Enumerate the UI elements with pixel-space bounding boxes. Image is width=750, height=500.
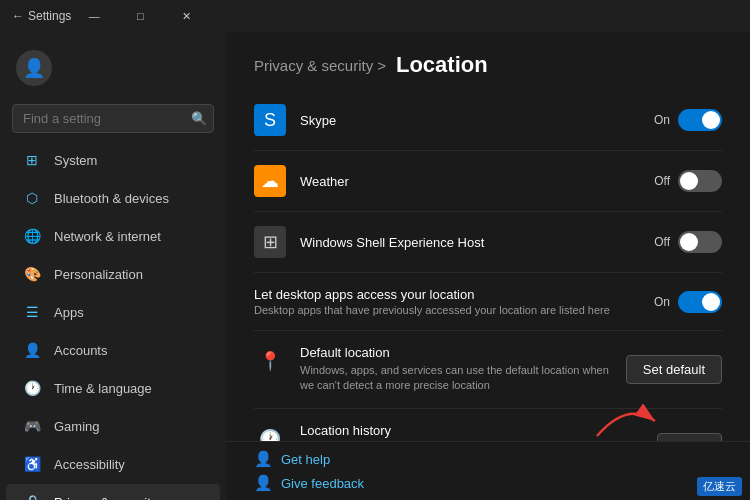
- sidebar-item-privacy[interactable]: 🔒 Privacy & security: [6, 484, 220, 500]
- list-item: S Skype On: [254, 90, 722, 151]
- toggle-label: Off: [654, 174, 670, 188]
- location-pin-icon: 📍: [254, 345, 286, 377]
- search-box[interactable]: 🔍: [12, 104, 214, 133]
- sidebar-item-apps[interactable]: ☰ Apps: [6, 294, 220, 330]
- system-icon: ⊞: [22, 150, 42, 170]
- shell-icon: ⊞: [254, 226, 286, 258]
- sidebar-item-label: Apps: [54, 305, 84, 320]
- sidebar-item-label: Personalization: [54, 267, 143, 282]
- set-default-button[interactable]: Set default: [626, 355, 722, 384]
- sidebar-item-network[interactable]: 🌐 Network & internet: [6, 218, 220, 254]
- sidebar-item-label: Accessibility: [54, 457, 125, 472]
- back-icon[interactable]: ←: [12, 9, 24, 23]
- toggle-knob: [680, 172, 698, 190]
- sidebar-item-label: System: [54, 153, 97, 168]
- setting-content: Default location Windows, apps, and serv…: [300, 345, 610, 394]
- list-item: 🕐 Location history When device location …: [254, 409, 722, 441]
- toggle-label: Off: [654, 235, 670, 249]
- sidebar-item-label: Gaming: [54, 419, 100, 434]
- breadcrumb[interactable]: Privacy & security: [254, 57, 373, 74]
- search-input[interactable]: [23, 111, 191, 126]
- feedback-label: Give feedback: [281, 476, 364, 491]
- personalization-icon: 🎨: [22, 264, 42, 284]
- avatar: 👤: [16, 50, 52, 86]
- close-button[interactable]: ✕: [163, 0, 209, 32]
- maximize-button[interactable]: □: [117, 0, 163, 32]
- sidebar-item-label: Privacy & security: [54, 495, 157, 501]
- page-header: Privacy & security > Location: [226, 32, 750, 90]
- toggle-knob: [702, 111, 720, 129]
- breadcrumb-separator: >: [377, 57, 386, 74]
- toggle-label: On: [654, 295, 670, 309]
- red-arrow-annotation: [587, 391, 667, 441]
- feedback-icon: 👤: [254, 474, 273, 492]
- skype-icon: S: [254, 104, 286, 136]
- watermark: 亿速云: [697, 477, 742, 496]
- history-icon: 🕐: [254, 423, 286, 441]
- setting-title: Let desktop apps access your location: [254, 287, 654, 302]
- sidebar-item-label: Accounts: [54, 343, 107, 358]
- help-label: Get help: [281, 452, 330, 467]
- setting-desc: Desktop apps that have previously access…: [254, 304, 654, 316]
- bluetooth-icon: ⬡: [22, 188, 42, 208]
- give-feedback-link[interactable]: 👤 Give feedback: [254, 474, 722, 492]
- toggle-knob: [680, 233, 698, 251]
- sidebar-item-accessibility[interactable]: ♿ Accessibility: [6, 446, 220, 482]
- toggle-label: On: [654, 113, 670, 127]
- setting-text: Let desktop apps access your location De…: [254, 287, 654, 316]
- sidebar-item-system[interactable]: ⊞ System: [6, 142, 220, 178]
- privacy-icon: 🔒: [22, 492, 42, 500]
- list-item: ⊞ Windows Shell Experience Host Off: [254, 212, 722, 273]
- desktop-apps-toggle[interactable]: [678, 291, 722, 313]
- setting-text: Skype: [300, 113, 654, 128]
- bottom-actions: 👤 Get help 👤 Give feedback: [226, 441, 750, 500]
- sidebar-item-accounts[interactable]: 👤 Accounts: [6, 332, 220, 368]
- content-scroll: S Skype On ☁ Weather Off: [226, 90, 750, 441]
- sidebar-item-time[interactable]: 🕐 Time & language: [6, 370, 220, 406]
- app-name: Skype: [300, 113, 654, 128]
- minimize-button[interactable]: —: [71, 0, 117, 32]
- titlebar: ← Settings — □ ✕: [0, 0, 750, 32]
- shell-toggle[interactable]: [678, 231, 722, 253]
- content-area: Privacy & security > Location S Skype On: [226, 32, 750, 500]
- network-icon: 🌐: [22, 226, 42, 246]
- sidebar-item-gaming[interactable]: 🎮 Gaming: [6, 408, 220, 444]
- gaming-icon: 🎮: [22, 416, 42, 436]
- sidebar-item-personalization[interactable]: 🎨 Personalization: [6, 256, 220, 292]
- list-item: Let desktop apps access your location De…: [254, 273, 722, 331]
- list-item: ☁ Weather Off: [254, 151, 722, 212]
- page-title: Location: [396, 52, 488, 78]
- setting-title: Default location: [300, 345, 610, 360]
- app-name: Windows Shell Experience Host: [300, 235, 654, 250]
- help-icon: 👤: [254, 450, 273, 468]
- get-help-link[interactable]: 👤 Get help: [254, 450, 722, 468]
- toggle-knob: [702, 293, 720, 311]
- sidebar-item-label: Time & language: [54, 381, 152, 396]
- weather-icon: ☁: [254, 165, 286, 197]
- setting-desc: Windows, apps, and services can use the …: [300, 363, 610, 394]
- sidebar-item-label: Bluetooth & devices: [54, 191, 169, 206]
- time-icon: 🕐: [22, 378, 42, 398]
- setting-text: Windows Shell Experience Host: [300, 235, 654, 250]
- setting-text: Weather: [300, 174, 654, 189]
- search-icon: 🔍: [191, 111, 207, 126]
- window-controls: — □ ✕: [71, 0, 209, 32]
- weather-toggle[interactable]: [678, 170, 722, 192]
- app-name: Weather: [300, 174, 654, 189]
- sidebar: 👤 🔍 ⊞ System ⬡ Bluetooth & devices 🌐 Net…: [0, 32, 226, 500]
- user-section[interactable]: 👤: [0, 40, 226, 96]
- accounts-icon: 👤: [22, 340, 42, 360]
- accessibility-icon: ♿: [22, 454, 42, 474]
- titlebar-title: Settings: [28, 9, 71, 23]
- sidebar-item-bluetooth[interactable]: ⬡ Bluetooth & devices: [6, 180, 220, 216]
- apps-icon: ☰: [22, 302, 42, 322]
- skype-toggle[interactable]: [678, 109, 722, 131]
- sidebar-item-label: Network & internet: [54, 229, 161, 244]
